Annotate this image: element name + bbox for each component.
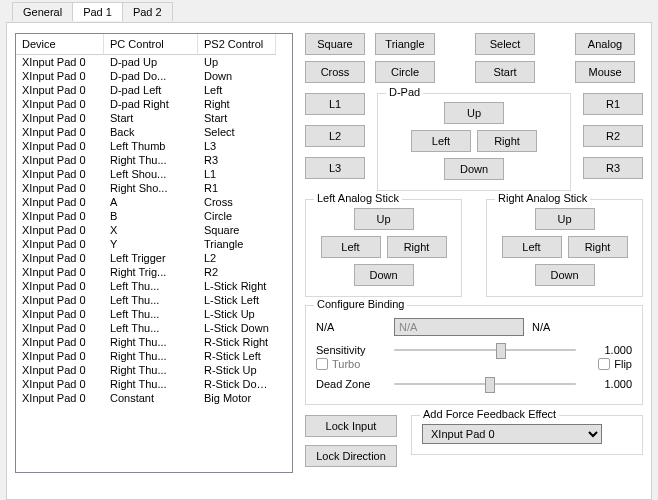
r3-button[interactable]: R3 xyxy=(583,157,643,179)
table-row[interactable]: XInput Pad 0D-pad UpUp xyxy=(16,55,292,69)
table-row[interactable]: XInput Pad 0ACross xyxy=(16,195,292,209)
table-row[interactable]: XInput Pad 0Left Thu...L-Stick Right xyxy=(16,279,292,293)
deadzone-label: Dead Zone xyxy=(316,378,386,390)
table-row[interactable]: XInput Pad 0BCircle xyxy=(16,209,292,223)
left-stick-legend: Left Analog Stick xyxy=(314,192,402,204)
binding-combo: N/A xyxy=(394,318,524,336)
table-row[interactable]: XInput Pad 0Right Trig...R2 xyxy=(16,265,292,279)
deadzone-slider[interactable] xyxy=(394,374,576,394)
rstick-right-button[interactable]: Right xyxy=(568,236,628,258)
circle-button[interactable]: Circle xyxy=(375,61,435,83)
table-row[interactable]: XInput Pad 0Right Thu...R-Stick Left xyxy=(16,349,292,363)
cell-device: XInput Pad 0 xyxy=(16,377,104,391)
tab-pad1[interactable]: Pad 1 xyxy=(72,2,123,21)
table-row[interactable]: XInput Pad 0YTriangle xyxy=(16,237,292,251)
table-row[interactable]: XInput Pad 0Right Sho...R1 xyxy=(16,181,292,195)
cell-pc-control: D-pad Right xyxy=(104,97,198,111)
rstick-down-button[interactable]: Down xyxy=(535,264,595,286)
cell-device: XInput Pad 0 xyxy=(16,307,104,321)
lstick-down-button[interactable]: Down xyxy=(354,264,414,286)
cell-device: XInput Pad 0 xyxy=(16,195,104,209)
force-feedback-device-combo[interactable]: XInput Pad 0 xyxy=(422,424,602,444)
table-row[interactable]: XInput Pad 0Right Thu...R3 xyxy=(16,153,292,167)
dpad-legend: D-Pad xyxy=(386,86,423,98)
cell-pc-control: Y xyxy=(104,237,198,251)
lstick-right-button[interactable]: Right xyxy=(387,236,447,258)
sensitivity-label: Sensitivity xyxy=(316,344,386,356)
sensitivity-slider[interactable] xyxy=(394,340,576,360)
cell-ps2-control: L2 xyxy=(198,251,276,265)
cell-ps2-control: Big Motor xyxy=(198,391,276,405)
tab-general[interactable]: General xyxy=(12,2,73,21)
table-row[interactable]: XInput Pad 0Right Thu...R-Stick Up xyxy=(16,363,292,377)
mouse-button[interactable]: Mouse xyxy=(575,61,635,83)
triangle-button[interactable]: Triangle xyxy=(375,33,435,55)
table-row[interactable]: XInput Pad 0ConstantBig Motor xyxy=(16,391,292,405)
cell-device: XInput Pad 0 xyxy=(16,363,104,377)
turbo-checkbox[interactable]: Turbo xyxy=(316,358,360,370)
table-row[interactable]: XInput Pad 0XSquare xyxy=(16,223,292,237)
lstick-left-button[interactable]: Left xyxy=(321,236,381,258)
dpad-left-button[interactable]: Left xyxy=(411,130,471,152)
square-button[interactable]: Square xyxy=(305,33,365,55)
r1-button[interactable]: R1 xyxy=(583,93,643,115)
table-row[interactable]: XInput Pad 0D-pad RightRight xyxy=(16,97,292,111)
dpad-down-button[interactable]: Down xyxy=(444,158,504,180)
table-row[interactable]: XInput Pad 0Right Thu...R-Stick Down xyxy=(16,377,292,391)
table-row[interactable]: XInput Pad 0D-pad LeftLeft xyxy=(16,83,292,97)
table-row[interactable]: XInput Pad 0Right Thu...R-Stick Right xyxy=(16,335,292,349)
cell-pc-control: X xyxy=(104,223,198,237)
l2-button[interactable]: L2 xyxy=(305,125,365,147)
lock-direction-button[interactable]: Lock Direction xyxy=(305,445,397,467)
cell-ps2-control: L-Stick Left xyxy=(198,293,276,307)
cell-ps2-control: R3 xyxy=(198,153,276,167)
cell-pc-control: Right Thu... xyxy=(104,363,198,377)
rstick-left-button[interactable]: Left xyxy=(502,236,562,258)
dpad-right-button[interactable]: Right xyxy=(477,130,537,152)
cell-device: XInput Pad 0 xyxy=(16,125,104,139)
col-ps2-control[interactable]: PS2 Control xyxy=(198,34,276,55)
lock-input-button[interactable]: Lock Input xyxy=(305,415,397,437)
table-row[interactable]: XInput Pad 0Left Thu...L-Stick Down xyxy=(16,321,292,335)
cell-pc-control: Right Thu... xyxy=(104,335,198,349)
cell-pc-control: Right Thu... xyxy=(104,153,198,167)
r2-button[interactable]: R2 xyxy=(583,125,643,147)
cell-ps2-control: L1 xyxy=(198,167,276,181)
cell-ps2-control: Right xyxy=(198,97,276,111)
table-row[interactable]: XInput Pad 0Left ThumbL3 xyxy=(16,139,292,153)
table-row[interactable]: XInput Pad 0Left Shou...L1 xyxy=(16,167,292,181)
table-row[interactable]: XInput Pad 0Left Thu...L-Stick Left xyxy=(16,293,292,307)
dpad-up-button[interactable]: Up xyxy=(444,102,504,124)
flip-checkbox[interactable]: Flip xyxy=(598,358,632,370)
turbo-checkbox-label: Turbo xyxy=(332,358,360,370)
rstick-up-button[interactable]: Up xyxy=(535,208,595,230)
cell-pc-control: Right Trig... xyxy=(104,265,198,279)
cell-ps2-control: Square xyxy=(198,223,276,237)
col-pc-control[interactable]: PC Control xyxy=(104,34,198,55)
col-device[interactable]: Device xyxy=(16,34,104,55)
cell-device: XInput Pad 0 xyxy=(16,349,104,363)
tab-pad2[interactable]: Pad 2 xyxy=(122,2,173,21)
l1-button[interactable]: L1 xyxy=(305,93,365,115)
flip-checkbox-label: Flip xyxy=(614,358,632,370)
cell-device: XInput Pad 0 xyxy=(16,223,104,237)
table-row[interactable]: XInput Pad 0Left TriggerL2 xyxy=(16,251,292,265)
cell-device: XInput Pad 0 xyxy=(16,265,104,279)
cell-device: XInput Pad 0 xyxy=(16,139,104,153)
cross-button[interactable]: Cross xyxy=(305,61,365,83)
analog-button[interactable]: Analog xyxy=(575,33,635,55)
lstick-up-button[interactable]: Up xyxy=(354,208,414,230)
binding-na-label: N/A xyxy=(316,321,386,333)
start-button[interactable]: Start xyxy=(475,61,535,83)
table-row[interactable]: XInput Pad 0D-pad Do...Down xyxy=(16,69,292,83)
table-row[interactable]: XInput Pad 0BackSelect xyxy=(16,125,292,139)
table-row[interactable]: XInput Pad 0StartStart xyxy=(16,111,292,125)
bindings-list[interactable]: Device PC Control PS2 Control XInput Pad… xyxy=(15,33,293,473)
cell-device: XInput Pad 0 xyxy=(16,181,104,195)
right-stick-group: Right Analog Stick Up Left Right Down xyxy=(486,199,643,297)
cell-device: XInput Pad 0 xyxy=(16,153,104,167)
select-button[interactable]: Select xyxy=(475,33,535,55)
l3-button[interactable]: L3 xyxy=(305,157,365,179)
table-row[interactable]: XInput Pad 0Left Thu...L-Stick Up xyxy=(16,307,292,321)
sensitivity-value: 1.000 xyxy=(584,344,632,356)
